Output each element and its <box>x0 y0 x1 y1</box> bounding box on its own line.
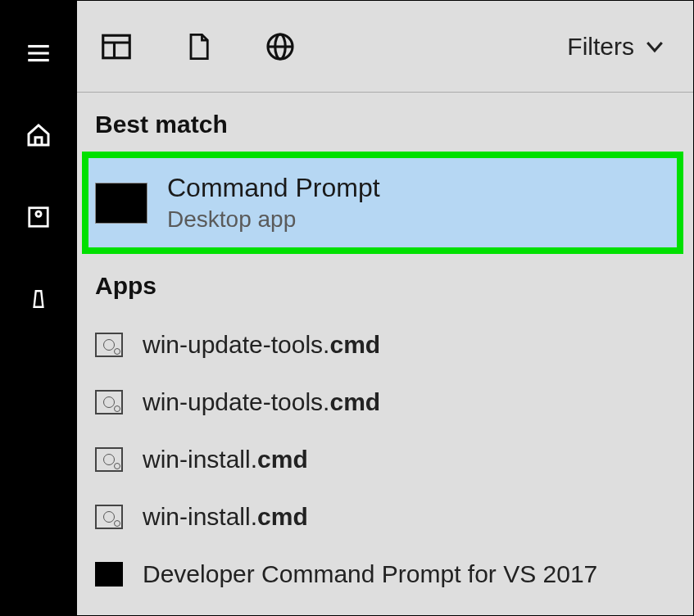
app-label: win-install.cmd <box>143 503 308 531</box>
home-icon <box>25 122 52 148</box>
cmd-file-icon <box>95 333 123 357</box>
app-result[interactable]: win-update-tools.cmd <box>77 316 693 374</box>
filters-label: Filters <box>567 33 634 61</box>
app-result[interactable]: win-install.cmd <box>77 431 693 488</box>
best-match-subtitle: Desktop app <box>167 206 380 233</box>
apps-category-button[interactable] <box>97 27 136 66</box>
chevron-down-icon <box>642 34 667 59</box>
svg-point-4 <box>35 211 40 216</box>
home-button[interactable] <box>22 119 55 152</box>
best-match-text: Command Prompt Desktop app <box>167 173 380 233</box>
hamburger-icon <box>25 39 52 67</box>
apps-heading: Apps <box>77 254 693 313</box>
filters-dropdown[interactable]: Filters <box>567 33 678 61</box>
photo-button[interactable] <box>22 201 55 233</box>
apps-list: win-update-tools.cmd win-update-tools.cm… <box>77 313 693 603</box>
app-result[interactable]: win-update-tools.cmd <box>77 374 693 431</box>
web-category-button[interactable] <box>261 27 300 66</box>
document-icon <box>184 29 213 64</box>
hamburger-button[interactable] <box>22 37 55 70</box>
remote-button[interactable] <box>22 283 55 315</box>
photo-icon <box>26 205 51 229</box>
apps-window-icon <box>100 30 133 63</box>
app-label: win-install.cmd <box>143 446 308 473</box>
documents-category-button[interactable] <box>179 27 218 66</box>
app-label: win-update-tools.cmd <box>143 388 380 416</box>
cmd-file-icon <box>95 390 123 414</box>
command-prompt-icon <box>95 183 147 224</box>
search-results-panel: Filters Best match Command Prompt Deskto… <box>76 0 694 616</box>
app-label: win-update-tools.cmd <box>143 331 380 359</box>
best-match-title: Command Prompt <box>167 173 380 203</box>
start-sidebar <box>0 0 76 616</box>
svg-rect-5 <box>103 35 130 58</box>
cmd-file-icon <box>95 447 123 472</box>
search-toolbar: Filters <box>77 1 693 93</box>
web-icon <box>264 30 297 63</box>
remote-icon <box>28 285 49 313</box>
best-match-heading: Best match <box>77 93 693 152</box>
dev-cmd-icon <box>95 562 123 587</box>
app-result[interactable]: win-install.cmd <box>77 488 693 546</box>
best-match-result[interactable]: Command Prompt Desktop app <box>82 152 683 254</box>
cmd-file-icon <box>95 505 123 529</box>
toolbar-category-icons <box>97 27 300 66</box>
app-label: Developer Command Prompt for VS 2017 <box>143 560 597 588</box>
app-result[interactable]: Developer Command Prompt for VS 2017 <box>77 546 693 603</box>
